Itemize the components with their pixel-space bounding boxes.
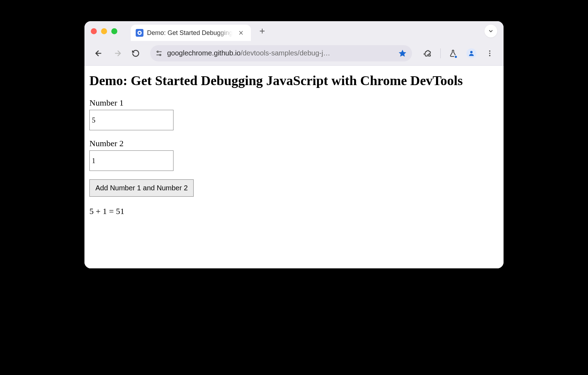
toolbar-separator [440,48,441,58]
svg-point-7 [489,55,490,56]
traffic-lights [91,28,117,34]
bookmark-star-icon[interactable] [396,47,408,59]
url-host: googlechrome.github.io [167,49,241,57]
url-text: googlechrome.github.io/devtools-samples/… [167,49,392,57]
page-heading: Demo: Get Started Debugging JavaScript w… [89,73,499,88]
url-path: /devtools-samples/debug-j… [241,49,330,57]
svg-point-6 [489,53,490,54]
svg-point-4 [470,51,473,53]
labs-notification-dot-icon [454,55,458,59]
result-text: 5 + 1 = 51 [89,207,499,216]
close-window-button[interactable] [91,28,97,34]
close-tab-icon[interactable] [236,29,246,37]
number2-label: Number 2 [89,139,499,148]
chrome-favicon-icon [136,29,143,37]
add-button[interactable]: Add Number 1 and Number 2 [89,179,194,197]
browser-tab[interactable]: Demo: Get Started Debugging [131,25,251,41]
browser-toolbar: googlechrome.github.io/devtools-samples/… [84,41,504,66]
window-titlebar: Demo: Get Started Debugging [84,21,504,41]
number1-label: Number 1 [89,98,499,108]
overflow-menu-icon[interactable] [482,46,497,61]
tab-title: Demo: Get Started Debugging [147,29,233,37]
extensions-icon[interactable] [421,46,435,61]
fullscreen-window-button[interactable] [111,28,117,34]
page-content: Demo: Get Started Debugging JavaScript w… [84,66,504,268]
site-settings-icon[interactable] [155,49,163,57]
address-bar[interactable]: googlechrome.github.io/devtools-samples/… [150,45,412,61]
svg-point-1 [139,32,140,34]
svg-point-5 [489,50,490,52]
labs-icon[interactable] [446,46,460,61]
toolbar-right-actions [418,46,497,61]
profile-avatar[interactable] [464,46,479,61]
svg-point-2 [157,51,159,52]
minimize-window-button[interactable] [101,28,107,34]
browser-window: Demo: Get Started Debugging googlech [84,21,504,268]
new-tab-button[interactable] [255,25,269,37]
back-button[interactable] [91,45,107,61]
svg-point-3 [160,54,161,55]
forward-button[interactable] [109,45,125,61]
number1-input[interactable] [89,110,174,130]
reload-button[interactable] [128,45,144,61]
all-tabs-button[interactable] [484,25,497,37]
number2-input[interactable] [89,150,174,171]
